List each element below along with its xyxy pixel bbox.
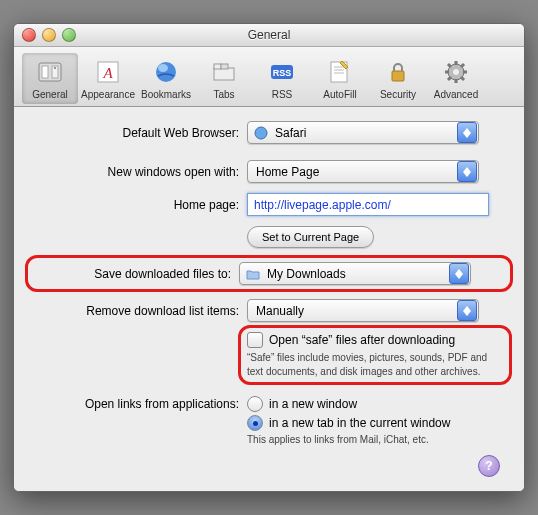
folder-icon [246,267,260,281]
content-pane: Default Web Browser: Safari New windows … [14,107,524,491]
bookmarks-icon [151,57,181,87]
toolbar-label: Appearance [81,89,135,100]
toolbar-label: Bookmarks [141,89,191,100]
svg-text:RSS: RSS [273,68,292,78]
select-value: Manually [248,304,456,318]
toolbar-bookmarks[interactable]: Bookmarks [138,53,194,104]
autofill-icon [325,57,355,87]
set-current-page-button[interactable]: Set to Current Page [247,226,374,248]
svg-point-19 [453,69,459,75]
svg-rect-1 [42,66,48,78]
links-new-tab-radio[interactable] [247,415,263,431]
toolbar-rss[interactable]: RSS RSS [254,53,310,104]
svg-point-7 [158,64,168,72]
rss-icon: RSS [267,57,297,87]
toolbar-label: Tabs [213,89,234,100]
dropdown-arrows-icon [457,122,477,143]
new-windows-select[interactable]: Home Page [247,160,479,183]
svg-line-26 [448,77,451,80]
remove-list-label: Remove download list items: [34,304,247,318]
dropdown-arrows-icon [457,161,477,182]
default-browser-select[interactable]: Safari [247,121,479,144]
open-safe-description: “Safe” files include movies, pictures, s… [247,351,503,378]
svg-line-24 [448,64,451,67]
toolbar-label: AutoFill [323,89,356,100]
default-browser-label: Default Web Browser: [34,126,247,140]
preferences-window: General General A Appearance Bookmarks T… [13,23,525,492]
window-controls [22,28,76,42]
links-new-tab-label: in a new tab in the current window [269,416,450,430]
toolbar-label: General [32,89,68,100]
open-safe-checkbox[interactable] [247,332,263,348]
toolbar-label: Advanced [434,89,478,100]
toolbar-autofill[interactable]: AutoFill [312,53,368,104]
select-value: Home Page [248,165,456,179]
home-page-label: Home page: [34,198,247,212]
svg-rect-9 [214,64,221,69]
titlebar[interactable]: General [14,24,524,47]
preferences-toolbar: General A Appearance Bookmarks Tabs RSS … [14,47,524,107]
window-title: General [14,28,524,42]
svg-rect-8 [214,68,234,80]
svg-rect-10 [221,64,228,69]
remove-list-select[interactable]: Manually [247,299,479,322]
toolbar-appearance[interactable]: A Appearance [80,53,136,104]
svg-point-3 [54,67,56,69]
svg-rect-17 [392,71,404,81]
safari-icon [254,126,268,140]
toolbar-label: RSS [272,89,293,100]
svg-line-27 [461,64,464,67]
links-new-window-label: in a new window [269,397,357,411]
toolbar-advanced[interactable]: Advanced [428,53,484,104]
switch-icon [35,57,65,87]
links-new-window-radio[interactable] [247,396,263,412]
toolbar-tabs[interactable]: Tabs [196,53,252,104]
open-safe-highlight: Open “safe” files after downloading “Saf… [238,325,512,385]
minimize-button[interactable] [42,28,56,42]
close-button[interactable] [22,28,36,42]
gear-icon [441,57,471,87]
toolbar-general[interactable]: General [22,53,78,104]
links-note: This applies to links from Mail, iChat, … [247,434,504,445]
select-value: My Downloads [265,267,448,281]
toolbar-security[interactable]: Security [370,53,426,104]
dropdown-arrows-icon [457,300,477,321]
select-value: Safari [273,126,456,140]
help-button[interactable]: ? [478,455,500,477]
dropdown-arrows-icon [449,263,469,284]
svg-line-25 [461,77,464,80]
home-page-input[interactable] [247,193,489,216]
links-from-label: Open links from applications: [34,396,247,411]
tabs-icon [209,57,239,87]
zoom-button[interactable] [62,28,76,42]
new-windows-label: New windows open with: [34,165,247,179]
svg-point-28 [255,127,267,139]
toolbar-label: Security [380,89,416,100]
save-downloads-label: Save downloaded files to: [34,267,239,281]
save-downloads-select[interactable]: My Downloads [239,262,471,285]
lock-icon [383,57,413,87]
appearance-icon: A [93,57,123,87]
svg-text:A: A [102,65,113,81]
open-safe-label: Open “safe” files after downloading [269,333,455,347]
